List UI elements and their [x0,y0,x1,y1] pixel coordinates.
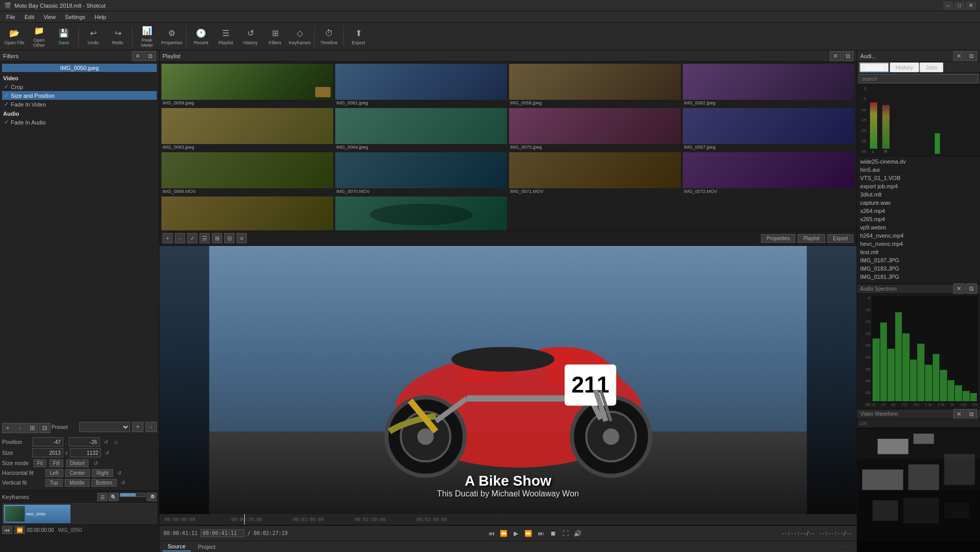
list-item[interactable]: IMG_0070.MOV [335,152,507,194]
pl-detail-btn[interactable]: ⊟ [224,233,234,243]
prev-to-end-btn[interactable]: ⏭ [536,529,546,538]
position-keyframe-btn[interactable]: ◇ [112,438,120,446]
list-item[interactable]: 3dlut.mlt [858,190,979,199]
kf-zoom-in-btn[interactable]: 🔎 [147,493,157,501]
tab-jobs[interactable]: Jobs [919,62,943,73]
list-item[interactable]: export job.mp4 [858,182,979,190]
list-item[interactable]: IMG_0063.jpeg [161,108,333,150]
size-h-input[interactable] [70,448,101,457]
as-close-btn[interactable]: ✕ [953,283,965,294]
position-x-input[interactable] [32,437,63,447]
left-align-btn[interactable]: Left [45,469,63,477]
add-filter-btn[interactable]: + [2,423,13,433]
history-button[interactable]: ↺ History [239,24,262,49]
menu-settings[interactable]: Settings [61,13,89,21]
list-item[interactable]: IMG_0183.JPG [858,264,979,273]
menu-file[interactable]: File [2,13,20,21]
list-item[interactable]: vp9.webm [858,223,979,232]
open-file-button[interactable]: 📂 Open File [3,24,26,49]
size-mode-reset-btn[interactable]: ↺ [92,459,100,467]
preset-select[interactable] [79,422,130,432]
menu-help[interactable]: Help [90,13,111,21]
filters-button[interactable]: ⊞ Filters [264,24,286,49]
list-item[interactable]: IMG_0072.MOV [683,152,855,194]
prev-to-start-btn[interactable]: ⏮ [487,529,496,538]
list-item[interactable]: h264_nvenc.mp4 [858,232,979,240]
undo-button[interactable]: ↩ Undo [82,24,104,49]
list-item[interactable]: IMG_0181.JPG [858,273,979,281]
prev-play-btn[interactable]: ▶ [512,529,521,538]
list-item[interactable]: IMG_0076.jpeg [335,197,507,230]
close-button[interactable]: ✕ [966,2,976,10]
list-item[interactable]: IMG_0066.MOV [161,152,333,194]
vw-detach-btn[interactable]: ⧉ [966,409,977,419]
maximize-button[interactable]: □ [954,2,965,10]
pl-export-btn[interactable]: Export [827,234,854,243]
timecode-input[interactable] [201,529,244,537]
prev-stop-btn[interactable]: ⏹ [549,529,558,538]
redo-button[interactable]: ↪ Redo [106,24,129,49]
list-item[interactable]: VTS_01_1.VOB [858,174,979,182]
filter-crop[interactable]: ✓ Crop [2,82,157,91]
filter-fade-in-audio[interactable]: ✓ Fade In Audio [2,118,157,127]
middle-align-btn[interactable]: Middle [65,479,89,487]
list-item[interactable]: IMG_0059.jpeg [161,64,333,106]
kf-menu-btn[interactable]: ☰ [97,493,107,501]
prev-next-btn[interactable]: ⏩ [524,529,533,538]
list-item[interactable]: IMG_0067.jpeg [683,108,855,150]
list-item[interactable]: IMG_0064.jpeg [335,108,507,150]
as-detach-btn[interactable]: ⧉ [966,283,977,294]
filter-size-position[interactable]: ✓ Size and Position [2,91,157,100]
pl-playlist-btn[interactable]: Playlist [797,234,825,243]
vw-close-btn[interactable]: ✕ [953,409,965,419]
position-reset-btn[interactable]: ↺ [102,438,110,446]
copy-filter-btn[interactable]: ⊞ [27,423,38,433]
right-detach-btn[interactable]: ⧉ [966,51,977,61]
properties-button[interactable]: ⚙ Properties [160,24,183,49]
list-item[interactable]: capture.wav [858,199,979,207]
kf-prev-btn[interactable]: ⏮ [2,526,12,534]
center-align-btn[interactable]: Center [65,469,90,477]
size-w-input[interactable] [32,448,63,457]
prev-volume-btn[interactable]: 🔊 [573,529,583,538]
tab-project[interactable]: Project [193,543,221,551]
timeline-button[interactable]: ⏱ Timeline [318,24,340,49]
list-item[interactable]: IMG_0071.MOV [509,152,681,194]
tab-recent[interactable]: Recent [859,62,890,73]
pl-list-btn[interactable]: ☰ [199,233,210,243]
pl-confirm-btn[interactable]: ✓ [187,233,197,243]
filters-detach-btn[interactable]: ⧉ [144,51,156,61]
horiz-fit-reset-btn[interactable]: ↺ [115,469,123,477]
preset-add-btn[interactable]: + [132,422,143,432]
list-item[interactable]: IMG_0062.jpeg [683,64,855,106]
list-item[interactable]: IMG_0061.jpeg [335,64,507,106]
tab-history[interactable]: History [890,62,919,73]
kf-play-btn[interactable]: ⏪ [14,526,25,534]
pl-cols-btn[interactable]: ≡ [237,233,247,243]
recent-search-input[interactable] [859,74,978,83]
list-item[interactable]: hin5.avi [858,166,979,174]
size-reset-btn[interactable]: ↺ [103,449,111,457]
list-item[interactable]: IMG_0187.JPG [858,256,979,264]
fill-btn[interactable]: Fill [49,459,63,467]
pl-remove-btn[interactable]: - [175,233,185,243]
minimize-button[interactable]: – [943,2,953,10]
menu-edit[interactable]: Edit [21,13,39,21]
save-button[interactable]: 💾 Save [52,24,75,49]
list-item[interactable]: x265.mp4 [858,215,979,223]
keyframes-button[interactable]: ◇ Keyframes [288,24,311,49]
recent-button[interactable]: 🕐 Recent [190,24,212,49]
peak-meter-button[interactable]: 📊 Peak Meter [136,24,158,49]
distort-btn[interactable]: Distort [66,459,88,467]
list-item[interactable]: hevc_nvenc.mp4 [858,240,979,248]
pl-add-btn[interactable]: + [162,233,173,243]
filters-close-btn[interactable]: ✕ [132,51,143,61]
playlist-detach-btn[interactable]: ⧉ [842,51,854,61]
list-item[interactable]: IMG_0058.jpeg [509,64,681,106]
kf-zoom-out-btn[interactable]: 🔍 [108,493,119,501]
playlist-close-btn[interactable]: ✕ [830,51,841,61]
kf-zoom-slider[interactable] [120,493,146,497]
prev-fullscreen-btn[interactable]: ⛶ [561,529,570,538]
open-other-button[interactable]: 📁 Open Other [28,24,50,49]
bottom-align-btn[interactable]: Bottom [92,479,117,487]
